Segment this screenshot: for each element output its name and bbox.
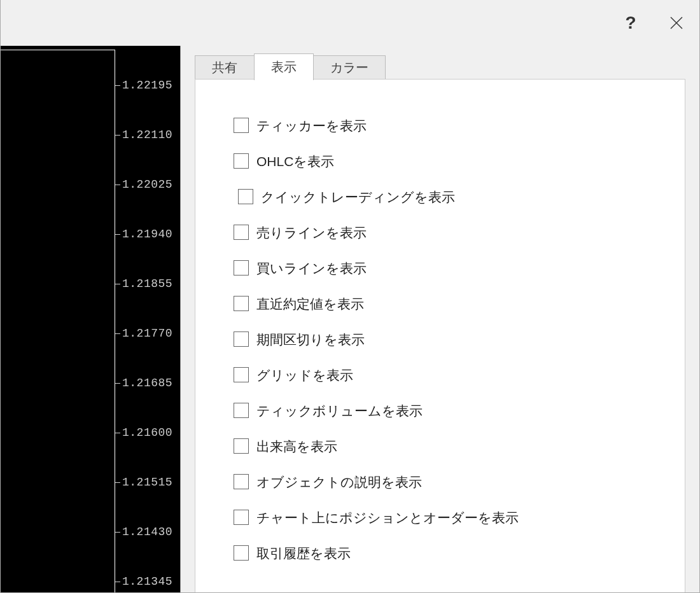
tick-mark [115,185,120,185]
axis-tick: 1.21940 [115,228,172,240]
help-button[interactable]: ? [608,0,654,46]
checkbox-label[interactable]: ティッカーを表示 [256,119,367,132]
settings-panel: 共有表示カラー ティッカーを表示OHLCを表示クイックトレーディングを表示売りラ… [181,46,699,592]
checkbox-label[interactable]: グリッドを表示 [256,368,353,382]
option-row: ティッカーを表示 [234,116,647,134]
checkbox[interactable] [234,260,249,276]
tick-mark [115,582,120,582]
tab-panel-display: ティッカーを表示OHLCを表示クイックトレーディングを表示売りラインを表示買いラ… [195,79,685,592]
checkbox[interactable] [234,296,249,311]
checkbox-label[interactable]: 買いラインを表示 [256,262,367,275]
dialog-body: 1.221951.221101.220251.219401.218551.217… [1,46,699,592]
tick-label: 1.22195 [122,79,172,92]
option-row: 期間区切りを表示 [234,330,647,348]
dialog-window: ? 1.221951.221101.220251.219401.218551.2… [0,0,700,593]
checkbox-label[interactable]: オブジェクトの説明を表示 [256,475,422,489]
option-row: OHLCを表示 [234,152,647,170]
checkbox-label[interactable]: 出来高を表示 [256,440,337,453]
checkbox[interactable] [234,331,249,347]
close-icon [669,15,684,31]
tick-label: 1.21685 [122,377,172,389]
option-row: オブジェクトの説明を表示 [234,473,647,491]
option-row: クイックトレーディングを表示 [234,188,647,206]
checkbox-label[interactable]: 期間区切りを表示 [256,333,365,346]
axis-tick: 1.22110 [115,129,172,141]
tick-label: 1.21345 [122,575,172,588]
option-row: 売りラインを表示 [234,223,647,241]
checkbox[interactable] [234,153,249,169]
checkbox[interactable] [234,118,249,133]
tick-mark [115,532,120,533]
checkbox[interactable] [234,403,249,418]
close-button[interactable] [654,0,699,46]
tick-label: 1.21600 [122,426,172,439]
axis-tick: 1.22025 [115,179,172,190]
option-row: グリッドを表示 [234,366,647,384]
checkbox[interactable] [234,225,249,240]
axis-tick: 1.21600 [115,427,172,438]
checkbox[interactable] [234,545,249,561]
tick-mark [115,234,120,235]
tick-mark [115,482,120,483]
checkbox[interactable] [234,510,249,525]
checkbox-label[interactable]: OHLCを表示 [256,155,334,168]
tick-mark [115,383,120,384]
axis-tick: 1.21345 [115,576,172,587]
option-row: チャート上にポジションとオーダーを表示 [234,508,647,526]
checkbox-label[interactable]: クイックトレーディングを表示 [261,190,455,204]
tick-mark [115,333,120,334]
tab-color[interactable]: カラー [313,55,386,80]
tick-mark [115,85,120,86]
tick-label: 1.21430 [122,526,172,538]
axis-tick: 1.21770 [115,328,172,339]
checkbox-label[interactable]: 直近約定値を表示 [256,297,364,310]
axis-tick: 1.21430 [115,526,172,538]
tab-share[interactable]: 共有 [195,55,255,80]
checkbox-label[interactable]: チャート上にポジションとオーダーを表示 [256,511,519,524]
axis-tick: 1.21515 [115,477,172,488]
axis-tick: 1.21685 [115,377,172,389]
checkbox[interactable] [238,189,253,204]
tick-label: 1.21940 [122,228,172,241]
chart-inner [1,50,115,592]
option-row: 直近約定値を表示 [234,295,647,312]
tab-display[interactable]: 表示 [254,53,314,80]
tick-label: 1.21770 [122,327,172,340]
checkbox-label[interactable]: 取引履歴を表示 [256,547,351,560]
titlebar: ? [1,0,699,46]
checkbox-label[interactable]: ティックボリュームを表示 [256,404,423,417]
tick-mark [115,284,120,284]
option-row: 出来高を表示 [234,437,647,455]
tick-label: 1.22110 [122,129,172,141]
checkbox[interactable] [234,438,249,454]
tick-label: 1.22025 [122,178,172,191]
checkbox[interactable] [234,367,249,382]
axis-tick: 1.21855 [115,278,172,290]
checkbox[interactable] [234,474,249,489]
option-row: 買いラインを表示 [234,259,647,277]
tick-label: 1.21515 [122,476,172,489]
checkbox-label[interactable]: 売りラインを表示 [256,226,367,239]
tick-mark [115,135,120,136]
chart-preview: 1.221951.221101.220251.219401.218551.217… [1,46,181,592]
axis-tick: 1.22195 [115,80,172,91]
option-row: 取引履歴を表示 [234,544,647,562]
tabstrip: 共有表示カラー [195,53,386,80]
option-row: ティックボリュームを表示 [234,401,647,419]
tick-mark [115,433,120,433]
tick-label: 1.21855 [122,277,172,290]
